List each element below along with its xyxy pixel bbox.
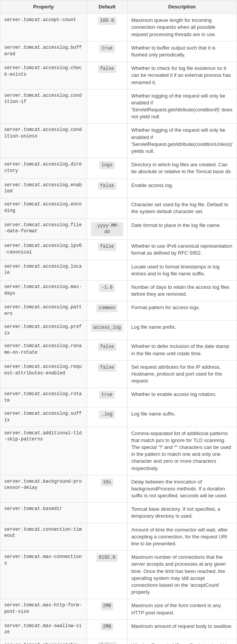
property-default: .yyyy-MM-dd xyxy=(87,219,127,240)
property-description: Whether to use IPv6 canonical representa… xyxy=(127,240,237,260)
property-description: Character set used by the log file. Defa… xyxy=(127,198,237,219)
property-name: server.tomcat.mbeanregistry.enabled xyxy=(0,639,87,644)
property-default: false xyxy=(87,240,127,260)
table-row: server.tomcat.basedirTomcat base directo… xyxy=(0,503,237,523)
table-row: server.tomcat.accesslog.localeLocale use… xyxy=(0,260,237,280)
property-name: server.tomcat.accesslog.prefix xyxy=(0,320,87,340)
property-description: Tomcat base directory. If not specified,… xyxy=(127,503,237,523)
property-description: Directory in which log files are created… xyxy=(127,158,237,179)
property-name: server.tomcat.accesslog.request-attribut… xyxy=(0,360,87,388)
table-row: server.tomcat.additional-tld-skip-patter… xyxy=(0,427,237,475)
property-name: server.tomcat.background-processor-delay xyxy=(0,475,87,503)
property-description: Whether to defer inclusion of the date s… xyxy=(127,340,237,360)
property-name: server.tomcat.max-connections xyxy=(0,551,87,599)
table-row: server.tomcat.accesslog.ipv6-canonicalfa… xyxy=(0,240,237,260)
property-name: server.tomcat.max-http-form-post-size xyxy=(0,599,87,619)
table-row: server.tomcat.accesslog.rotatetrueWhethe… xyxy=(0,388,237,407)
table-row: server.tomcat.max-connections8192.0Maxim… xyxy=(0,551,237,599)
table-row: server.tomcat.accesslog.enabledfalseEnab… xyxy=(0,179,237,198)
property-description: Whether to buffer output such that it is… xyxy=(127,41,237,61)
property-name: server.tomcat.accesslog.rename-on-rotate xyxy=(0,340,87,360)
table-header-row: Property Default Description xyxy=(0,0,237,14)
property-default: false xyxy=(87,179,127,198)
property-name: server.tomcat.basedir xyxy=(0,503,87,523)
property-description: Whether logging of the request will only… xyxy=(127,124,237,158)
table-row: server.tomcat.connection-timeoutAmount o… xyxy=(0,523,237,551)
property-default: 2MB xyxy=(87,619,127,639)
table-row: server.tomcat.background-processor-delay… xyxy=(0,475,237,503)
property-default: false xyxy=(87,639,127,644)
property-default: false xyxy=(87,62,127,89)
property-description: Comma-separated list of additional patte… xyxy=(127,427,237,475)
property-name: server.tomcat.accesslog.encoding xyxy=(0,198,87,219)
table-row: server.tomcat.accesslog.max-days-1.0Numb… xyxy=(0,280,237,301)
table-row: server.tomcat.accesslog.bufferedtrueWhet… xyxy=(0,41,237,61)
property-name: server.tomcat.accesslog.rotate xyxy=(0,388,87,407)
property-default xyxy=(87,260,127,280)
property-name: server.tomcat.accesslog.buffered xyxy=(0,41,87,61)
table-row: server.tomcat.accesslog.directorylogsDir… xyxy=(0,158,237,179)
property-name: server.tomcat.accesslog.ipv6-canonical xyxy=(0,240,87,260)
property-description: Maximum number of connections that the s… xyxy=(127,551,237,599)
property-description: Maximum amount of request body to swallo… xyxy=(127,619,237,639)
property-default xyxy=(87,523,127,551)
property-description: Maximum size of the form content in any … xyxy=(127,599,237,619)
property-default: 8192.0 xyxy=(87,551,127,599)
property-description: Whether to check for log file existence … xyxy=(127,62,237,89)
properties-table: Property Default Description server.tomc… xyxy=(0,0,237,644)
table-row: server.tomcat.accesslog.condition-ifWhet… xyxy=(0,89,237,124)
property-description: Number of days to retain the access log … xyxy=(127,280,237,301)
property-description: Maximum queue length for incoming connec… xyxy=(127,14,237,41)
col-header-default: Default xyxy=(87,0,127,14)
property-description: Log file name prefix. xyxy=(127,320,237,340)
property-name: server.tomcat.accesslog.suffix xyxy=(0,407,87,427)
property-description: Log file name suffix. xyxy=(127,407,237,427)
property-name: server.tomcat.accesslog.max-days xyxy=(0,280,87,301)
table-row: server.tomcat.accept-count100.0Maximum q… xyxy=(0,14,237,41)
property-description: Date format to place in the log file nam… xyxy=(127,219,237,240)
property-name: server.tomcat.max-swallow-size xyxy=(0,619,87,639)
property-description: Whether to enable access log rotation. xyxy=(127,388,237,407)
table-row: server.tomcat.accesslog.request-attribut… xyxy=(0,360,237,388)
property-default xyxy=(87,427,127,475)
property-description: Whether Tomcat's MBean Registry should b… xyxy=(127,639,237,644)
property-description: Format pattern for access logs. xyxy=(127,301,237,321)
table-row: server.tomcat.accesslog.patterncommonFor… xyxy=(0,301,237,321)
property-name: server.tomcat.accesslog.pattern xyxy=(0,301,87,321)
property-description: Amount of time the connector will wait, … xyxy=(127,523,237,551)
table-row: server.tomcat.accesslog.suffix.logLog fi… xyxy=(0,407,237,427)
table-row: server.tomcat.accesslog.file-date-format… xyxy=(0,219,237,240)
property-default: .log xyxy=(87,407,127,427)
table-row: server.tomcat.max-http-form-post-size2MB… xyxy=(0,599,237,619)
table-row: server.tomcat.accesslog.check-existsfals… xyxy=(0,62,237,89)
property-default: true xyxy=(87,388,127,407)
property-description: Enable access log. xyxy=(127,179,237,198)
col-header-description: Description xyxy=(127,0,237,14)
property-default: -1.0 xyxy=(87,280,127,301)
property-default: 2MB xyxy=(87,599,127,619)
col-header-property: Property xyxy=(0,0,87,14)
property-default: 10s xyxy=(87,475,127,503)
property-default: false xyxy=(87,360,127,388)
property-default xyxy=(87,124,127,158)
property-default xyxy=(87,503,127,523)
property-description: Set request attributes for the IP addres… xyxy=(127,360,237,388)
property-default: false xyxy=(87,340,127,360)
property-name: server.tomcat.accesslog.directory xyxy=(0,158,87,179)
property-name: server.tomcat.accesslog.file-date-format xyxy=(0,219,87,240)
property-default: true xyxy=(87,41,127,61)
property-name: server.tomcat.accesslog.enabled xyxy=(0,179,87,198)
table-row: server.tomcat.accesslog.rename-on-rotate… xyxy=(0,340,237,360)
property-default xyxy=(87,89,127,124)
property-default: logs xyxy=(87,158,127,179)
table-row: server.tomcat.max-swallow-size2MBMaximum… xyxy=(0,619,237,639)
property-description: Locale used to format timestamps in log … xyxy=(127,260,237,280)
property-name: server.tomcat.additional-tld-skip-patter… xyxy=(0,427,87,475)
table-row: server.tomcat.accesslog.encodingCharacte… xyxy=(0,198,237,219)
property-default: common xyxy=(87,301,127,321)
property-description: Delay between the invocation of backgrou… xyxy=(127,475,237,503)
property-name: server.tomcat.connection-timeout xyxy=(0,523,87,551)
property-name: server.tomcat.accept-count xyxy=(0,14,87,41)
property-default: access_log xyxy=(87,320,127,340)
property-name: server.tomcat.accesslog.condition-if xyxy=(0,89,87,124)
